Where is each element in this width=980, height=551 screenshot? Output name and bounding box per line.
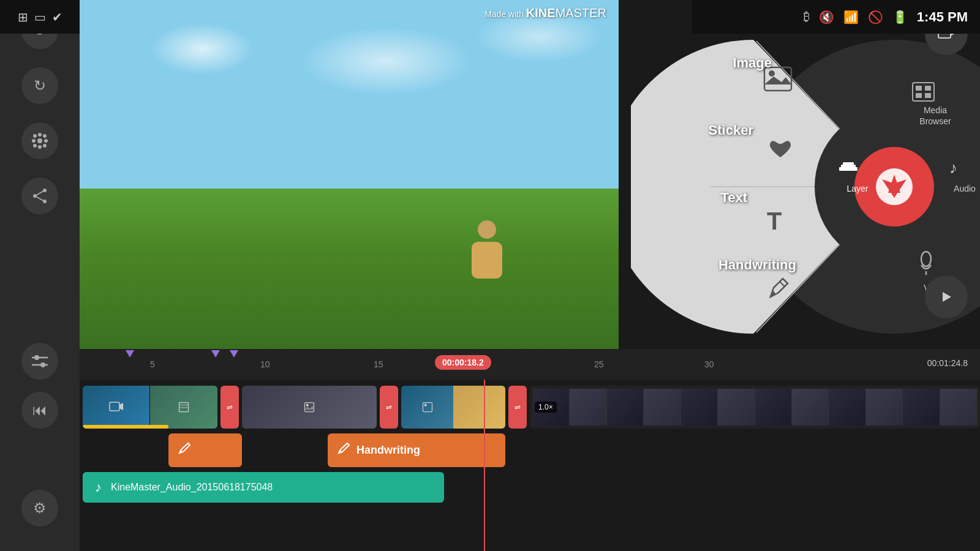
top-icons-bar: ⊞ ▭ ✔ xyxy=(0,0,80,34)
ruler-mark-30: 30 xyxy=(704,359,714,369)
battery-icon: 🔋 xyxy=(892,10,908,24)
ruler-mark-25: 25 xyxy=(594,359,604,369)
blocked-icon: 🚫 xyxy=(868,10,883,24)
video-track: ⇌ ⇌ xyxy=(80,386,980,429)
end-time: 00:01:24.8 xyxy=(927,358,968,368)
svg-point-3 xyxy=(32,139,36,143)
svg-point-5 xyxy=(33,134,37,138)
svg-point-50 xyxy=(306,404,309,407)
svg-text:Layer: Layer xyxy=(846,184,868,193)
svg-point-16 xyxy=(34,355,39,360)
svg-point-42 xyxy=(769,70,775,77)
preview-background: Made with KINEMASTER xyxy=(80,0,619,349)
redo-button[interactable]: ↻ xyxy=(21,67,58,104)
left-sidebar: ↺ ↻ ⚙ xyxy=(0,0,80,551)
svg-text:Browser: Browser xyxy=(919,116,951,126)
watermark: Made with KINEMASTER xyxy=(484,6,606,20)
svg-line-12 xyxy=(35,190,45,196)
text-menu-item[interactable]: Text xyxy=(720,190,747,206)
transition-2[interactable]: ⇌ xyxy=(380,386,398,429)
progress-bar-1 xyxy=(83,425,168,429)
marker-1 xyxy=(126,350,134,358)
status-time: 1:45 PM xyxy=(917,9,968,25)
svg-point-1 xyxy=(38,133,42,137)
video-clip-long[interactable]: 1.0× xyxy=(530,386,980,429)
film-strip xyxy=(533,389,977,425)
marker-2 xyxy=(211,350,220,358)
svg-rect-31 xyxy=(925,86,931,91)
svg-rect-33 xyxy=(925,93,931,98)
bluetooth-icon: ₿ xyxy=(804,10,810,24)
svg-rect-46 xyxy=(110,402,119,411)
svg-point-0 xyxy=(37,138,42,143)
marker-3 xyxy=(230,350,238,358)
svg-point-4 xyxy=(44,139,48,143)
ruler-mark-10: 10 xyxy=(260,359,270,369)
video-clip-2[interactable] xyxy=(242,386,377,429)
svg-rect-32 xyxy=(916,93,922,98)
audio-track-row: ♪ KineMaster_Audio_20150618175048 xyxy=(80,472,980,503)
adjust-button[interactable] xyxy=(21,343,58,380)
svg-text:Audio: Audio xyxy=(954,184,976,193)
svg-point-6 xyxy=(43,144,47,148)
svg-rect-28 xyxy=(843,162,854,166)
sticker-menu-item[interactable]: Sticker xyxy=(709,122,753,138)
play-button[interactable] xyxy=(925,276,968,318)
playhead-time-badge: 00:00:18.2 xyxy=(435,355,491,370)
timeline-area: 5 10 15 20 25 30 00:00:18.2 00:01:24.8 xyxy=(80,349,980,551)
effects-button[interactable] xyxy=(21,122,58,159)
svg-rect-51 xyxy=(423,403,432,412)
preview-clouds xyxy=(80,0,619,192)
check-icon[interactable]: ✔ xyxy=(52,10,62,24)
svg-line-13 xyxy=(35,196,45,201)
svg-text:T: T xyxy=(767,208,782,234)
grid-icon[interactable]: ⊞ xyxy=(18,10,28,24)
handwriting-label: Handwriting xyxy=(356,444,420,457)
playhead-line xyxy=(484,380,485,551)
music-note-icon: ♪ xyxy=(95,479,102,495)
svg-text:Media: Media xyxy=(924,105,947,115)
handwriting-menu-item[interactable]: Handwriting xyxy=(718,257,796,273)
image-menu-item[interactable]: Image xyxy=(733,55,772,71)
transition-3[interactable]: ⇌ xyxy=(508,386,527,429)
speed-badge: 1.0× xyxy=(535,402,557,413)
audio-label: KineMaster_Audio_20150618175048 xyxy=(111,482,273,493)
svg-point-17 xyxy=(40,362,45,367)
audio-clip[interactable]: ♪ KineMaster_Audio_20150618175048 xyxy=(83,472,444,503)
video-clip-1[interactable] xyxy=(83,386,217,429)
wifi-icon: 📶 xyxy=(843,10,859,24)
share-button[interactable] xyxy=(21,178,58,214)
settings-button[interactable]: ⚙ xyxy=(21,490,58,527)
pen-icon-1 xyxy=(178,442,191,459)
handwriting-clip-2[interactable]: Handwriting xyxy=(328,433,505,467)
svg-text:♪: ♪ xyxy=(949,159,957,177)
pen-icon-2 xyxy=(337,442,350,459)
transition-1[interactable]: ⇌ xyxy=(221,386,239,429)
ruler-mark-5: 5 xyxy=(150,359,155,369)
skip-back-button[interactable]: ⏮ xyxy=(21,392,58,429)
handwriting-track-row: Handwriting xyxy=(80,433,980,467)
preview-area: Made with KINEMASTER xyxy=(80,0,619,349)
svg-point-2 xyxy=(38,145,42,149)
tracks-container: ⇌ ⇌ xyxy=(80,380,980,551)
tablet-icon[interactable]: ▭ xyxy=(34,10,46,24)
handwriting-clip-1[interactable] xyxy=(168,433,242,467)
ruler-mark-15: 15 xyxy=(374,359,383,369)
svg-point-8 xyxy=(33,144,37,148)
video-clip-3[interactable] xyxy=(401,386,505,429)
svg-point-52 xyxy=(424,404,426,407)
svg-rect-30 xyxy=(916,86,922,91)
status-bar: ₿ 🔇 📶 🚫 🔋 1:45 PM xyxy=(692,0,980,34)
mute-icon: 🔇 xyxy=(819,10,834,24)
time-ruler: 5 10 15 20 25 30 00:00:18.2 00:01:24.8 xyxy=(80,349,980,380)
svg-point-7 xyxy=(43,134,47,138)
